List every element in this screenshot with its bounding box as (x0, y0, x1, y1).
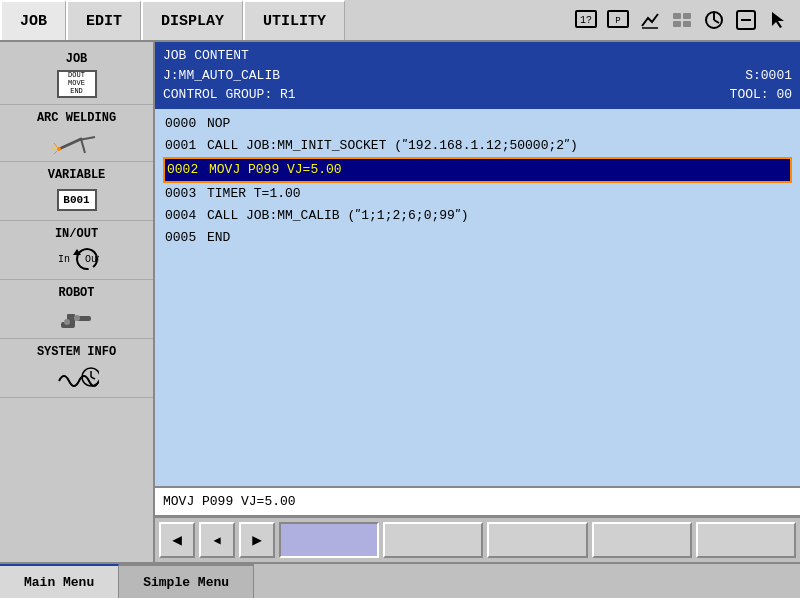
svg-point-27 (74, 315, 80, 321)
command-text: MOVJ P099 VJ=5.00 (163, 494, 296, 509)
svg-point-16 (57, 147, 61, 151)
job-header-row2: CONTROL GROUP: R1 TOOL: 00 (163, 85, 792, 105)
content-area: JOB CONTENT J:MM_AUTO_CALIB S:0001 CONTR… (155, 42, 800, 562)
svg-text:In: In (58, 254, 70, 265)
code-line-0003[interactable]: 0003 TIMER T=1.00 (163, 183, 792, 205)
fn-button-5[interactable] (696, 522, 796, 558)
line-text: END (207, 227, 230, 249)
code-line-0005[interactable]: 0005 END (163, 227, 792, 249)
toolbar-icon-6[interactable] (732, 6, 760, 34)
svg-rect-7 (683, 21, 691, 27)
in-out-icon: In Out (55, 245, 99, 273)
fn-button-3[interactable] (487, 522, 587, 558)
svg-line-30 (91, 377, 95, 379)
job-step: S:0001 (745, 66, 792, 86)
menu-job[interactable]: JOB (0, 0, 66, 40)
sidebar-label-robot: ROBOT (58, 286, 94, 300)
menu-display[interactable]: DISPLAY (141, 0, 243, 40)
nav-rewind-button[interactable]: ◀ (199, 522, 235, 558)
sidebar-item-job[interactable]: JOB DOUTMOVEEND (0, 46, 153, 105)
line-text: NOP (207, 113, 230, 135)
fn-button-1[interactable] (279, 522, 379, 558)
toolbar-icon-2[interactable]: P (604, 6, 632, 34)
svg-text:1?: 1? (580, 15, 592, 26)
svg-rect-4 (673, 13, 681, 19)
code-listing: 0000 NOP0001 CALL JOB:MM_INIT_SOCKET (ʺ1… (155, 109, 800, 487)
svg-point-26 (64, 319, 70, 325)
sidebar-item-variable[interactable]: VARIABLE B001 (0, 162, 153, 221)
line-number: 0003 (165, 183, 207, 205)
job-header-row1: J:MM_AUTO_CALIB S:0001 (163, 66, 792, 86)
line-number: 0002 (167, 159, 209, 181)
svg-line-13 (59, 139, 81, 149)
svg-rect-6 (673, 21, 681, 27)
code-line-0004[interactable]: 0004 CALL JOB:MM_CALIB (ʺ1;1;2;6;0;99ʺ) (163, 205, 792, 227)
line-text: CALL JOB:MM_CALIB (ʺ1;1;2;6;0;99ʺ) (207, 205, 469, 227)
bottom-buttons: ◀ ◀ ▶ (155, 516, 800, 562)
svg-line-15 (81, 139, 85, 153)
line-number: 0000 (165, 113, 207, 135)
tab-main-menu[interactable]: Main Menu (0, 564, 119, 598)
line-text: CALL JOB:MM_INIT_SOCKET (ʺ192.168.1.12;5… (207, 135, 578, 157)
toolbar: 1? P (564, 0, 800, 40)
nav-left-button[interactable]: ◀ (159, 522, 195, 558)
menu-edit[interactable]: EDIT (66, 0, 141, 40)
toolbar-icon-5[interactable] (700, 6, 728, 34)
command-bar: MOVJ P099 VJ=5.00 (155, 486, 800, 516)
tab-simple-menu[interactable]: Simple Menu (119, 564, 254, 598)
sidebar-item-system-info[interactable]: SYSTEM INFO (0, 339, 153, 398)
svg-line-10 (714, 20, 719, 23)
job-icon: DOUTMOVEEND (55, 70, 99, 98)
toolbar-icon-4[interactable] (668, 6, 696, 34)
sidebar-label-job: JOB (66, 52, 88, 66)
toolbar-icon-cursor[interactable] (764, 6, 792, 34)
svg-text:Out: Out (85, 254, 99, 265)
arc-welding-icon (51, 129, 103, 155)
code-line-0000[interactable]: 0000 NOP (163, 113, 792, 135)
line-text: MOVJ P099 VJ=5.00 (209, 159, 342, 181)
svg-line-19 (54, 151, 57, 154)
job-name: J:MM_AUTO_CALIB (163, 66, 280, 86)
toolbar-icon-3[interactable] (636, 6, 664, 34)
top-menu-bar: JOB EDIT DISPLAY UTILITY 1? P (0, 0, 800, 42)
svg-rect-5 (683, 13, 691, 19)
line-number: 0004 (165, 205, 207, 227)
nav-play-button[interactable]: ▶ (239, 522, 275, 558)
code-line-0001[interactable]: 0001 CALL JOB:MM_INIT_SOCKET (ʺ192.168.1… (163, 135, 792, 157)
job-content-title: JOB CONTENT (163, 46, 792, 66)
sidebar-item-arc-welding[interactable]: ARC WELDING (0, 105, 153, 162)
robot-icon (55, 304, 99, 332)
line-number: 0001 (165, 135, 207, 157)
line-text: TIMER T=1.00 (207, 183, 301, 205)
svg-line-17 (54, 143, 57, 147)
code-line-0002[interactable]: 0002 MOVJ P099 VJ=5.00 (163, 157, 792, 183)
tab-bar: Main Menu Simple Menu (0, 562, 800, 598)
sidebar-item-in-out[interactable]: IN/OUT In Out (0, 221, 153, 280)
tool: TOOL: 00 (730, 85, 792, 105)
main-layout: JOB DOUTMOVEEND ARC WELDING (0, 42, 800, 562)
system-info-icon (55, 363, 99, 391)
sidebar-label-variable: VARIABLE (48, 168, 106, 182)
fn-button-2[interactable] (383, 522, 483, 558)
job-header: JOB CONTENT J:MM_AUTO_CALIB S:0001 CONTR… (155, 42, 800, 109)
menu-utility[interactable]: UTILITY (243, 0, 345, 40)
sidebar-item-robot[interactable]: ROBOT (0, 280, 153, 339)
sidebar: JOB DOUTMOVEEND ARC WELDING (0, 42, 155, 562)
fn-button-4[interactable] (592, 522, 692, 558)
line-number: 0005 (165, 227, 207, 249)
toolbar-icon-1[interactable]: 1? (572, 6, 600, 34)
sidebar-label-in-out: IN/OUT (55, 227, 98, 241)
variable-icon: B001 (55, 186, 99, 214)
sidebar-label-arc-welding: ARC WELDING (37, 111, 116, 125)
sidebar-label-system-info: SYSTEM INFO (37, 345, 116, 359)
control-group: CONTROL GROUP: R1 (163, 85, 296, 105)
svg-text:P: P (615, 16, 620, 26)
